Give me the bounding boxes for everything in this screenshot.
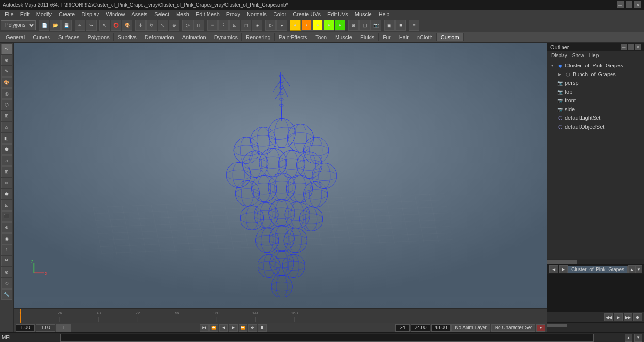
tool-21[interactable]: ⊛ [1,267,12,277]
shade-icon[interactable]: ■ [395,20,406,31]
menu-select[interactable]: Select [151,11,172,17]
shelf-tab-subdivs[interactable]: Subdivs [114,33,141,41]
select-tool[interactable]: ↖ [1,44,12,54]
script-input[interactable] [60,334,594,342]
menu-help[interactable]: Help [376,11,393,17]
transform-icon[interactable]: ⊕ [169,20,179,31]
tool-10[interactable]: ⬢ [1,144,12,155]
tool-4[interactable]: 🎨 [1,77,12,88]
auto-key-button[interactable]: ● [536,324,545,332]
outliner-menu-help[interactable]: Help [587,52,601,59]
outliner-menu-display[interactable]: Display [549,52,569,59]
viewport[interactable]: View Shading Lighting Show Renderer Pane… [14,43,547,308]
snap-view-icon[interactable]: ◈ [252,20,262,31]
outliner-item-side[interactable]: 📷 side [548,105,643,114]
lasso-icon[interactable]: ⭕ [111,20,121,31]
move-icon[interactable]: ✛ [135,20,146,31]
snap-point-icon[interactable]: ⊡ [229,20,240,31]
redo-icon[interactable]: ↪ [86,20,97,31]
menu-create[interactable]: Create [56,11,78,17]
menu-file[interactable]: File [2,11,16,17]
close-button[interactable]: ✕ [634,1,641,8]
open-scene-icon[interactable]: 📂 [50,20,61,31]
tool-17[interactable]: ⊕ [1,222,12,233]
shelf-tab-rendering[interactable]: Rendering [242,33,275,41]
menu-edit[interactable]: Edit [17,11,32,17]
tool-14[interactable]: ⬟ [1,189,12,199]
menu-window[interactable]: Window [103,11,128,17]
hist-icon[interactable]: H [193,20,204,31]
undo-icon[interactable]: ↩ [75,20,85,31]
outliner-item-default-light-set[interactable]: ⬡ defaultLightSet [548,114,643,122]
ob-tab-cluster[interactable]: Cluster_of_Pink_Grapes [568,266,628,273]
ipr-icon[interactable]: ▸ [276,20,287,31]
play-forward-button[interactable]: ▶ [229,324,238,332]
outliner-item-default-object-set[interactable]: ⬡ defaultObjectSet [548,122,643,131]
tool-13[interactable]: ⧈ [1,178,12,188]
shelf-tab-fluids[interactable]: Fluids [356,33,379,41]
shelf-tab-deformation[interactable]: Deformation [141,33,178,41]
tool-23[interactable]: 🔧 [1,289,12,300]
outliner-item-top[interactable]: 📷 top [548,87,643,96]
outliner-close-button[interactable]: ✕ [635,44,641,50]
ob-bottom-hscroll[interactable] [547,322,644,328]
render-icon[interactable]: ▷ [265,20,276,31]
color5-icon[interactable]: ● [335,20,345,31]
outliner-item-persp[interactable]: 📷 persp [548,79,643,87]
save-scene-icon[interactable]: 💾 [61,20,72,31]
menu-create-uvs[interactable]: Create UVs [290,11,323,17]
shelf-tab-painteffects[interactable]: PaintEffects [275,33,312,41]
outliner-item-bunch-of-grapes[interactable]: ▶ ⬡ Bunch_of_Grapes [548,70,643,79]
go-start-button[interactable]: ⏮ [200,324,209,332]
ob-scroll-left[interactable]: ◀ [549,265,558,273]
soft-mod-icon[interactable]: ◎ [182,20,193,31]
tool-16[interactable]: ⬛ [1,211,12,222]
current-frame-field[interactable] [36,324,55,332]
shelf-tab-dynamics[interactable]: Dynamics [210,33,242,41]
wire-icon[interactable]: ▣ [384,20,395,31]
shelf-tab-fur[interactable]: Fur [379,33,395,41]
menu-proxy[interactable]: Proxy [224,11,243,17]
tool-18[interactable]: ◉ [1,233,12,244]
current-frame-display[interactable] [56,324,71,332]
shelf-tab-curves[interactable]: Curves [29,33,54,41]
shelf-tab-hair[interactable]: Hair [395,33,413,41]
menu-assets[interactable]: Assets [129,11,150,17]
menu-edit-mesh[interactable]: Edit Mesh [193,11,223,17]
paint-icon[interactable]: 🎨 [122,20,132,31]
cmd-scroll-up[interactable]: ▲ [625,334,632,342]
tool-15[interactable]: ⊡ [1,200,12,211]
shelf-tab-animation[interactable]: Animation [178,33,210,41]
color2-icon[interactable]: ● [301,20,312,31]
tool-2[interactable]: ⊕ [1,55,12,65]
outliner-tree[interactable]: ▼ ◆ Cluster_of_Pink_Grapes ▶ ⬡ Bunch_of_… [547,60,644,259]
range-end-field[interactable] [411,324,430,332]
range-start-field[interactable] [16,324,35,332]
snap-surf-icon[interactable]: ◻ [241,20,251,31]
scale-icon[interactable]: ⤡ [158,20,168,31]
mode-dropdown[interactable]: Polygons [1,20,36,30]
cmd-scroll-down[interactable]: ▼ [634,334,642,342]
outliner-item-cluster-of-pink-grapes[interactable]: ▼ ◆ Cluster_of_Pink_Grapes [548,61,643,70]
go-end-button[interactable]: ⏭ [248,324,257,332]
play-back-button[interactable]: ◀ [219,324,228,332]
menu-display[interactable]: Display [79,11,102,17]
layout-icon[interactable]: ◫ [359,20,370,31]
ob-btn-2[interactable]: ▶ [614,313,623,321]
ob-btn-1[interactable]: ◀◀ [604,313,613,321]
ob-scroll-right[interactable]: ▶ [559,265,568,273]
shelf-tab-polygons[interactable]: Polygons [83,33,113,41]
color1-icon[interactable]: ● [290,20,301,31]
select-icon[interactable]: ↖ [99,20,110,31]
outliner-hscrollbar[interactable] [547,259,644,264]
tool-6[interactable]: ⬡ [1,99,12,110]
outliner-item-front[interactable]: 📷 front [548,96,643,105]
outliner-max-button[interactable]: □ [628,44,634,50]
step-back-button[interactable]: ⏪ [209,324,218,332]
snap-grid-icon[interactable]: ⌗ [207,20,218,31]
shelf-tab-toon[interactable]: Toon [311,33,331,41]
snap-curve-icon[interactable]: ⌇ [218,20,229,31]
menu-edit-uvs[interactable]: Edit UVs [324,11,351,17]
outliner-min-button[interactable]: — [621,44,627,50]
shelf-tab-muscle[interactable]: Muscle [331,33,356,41]
